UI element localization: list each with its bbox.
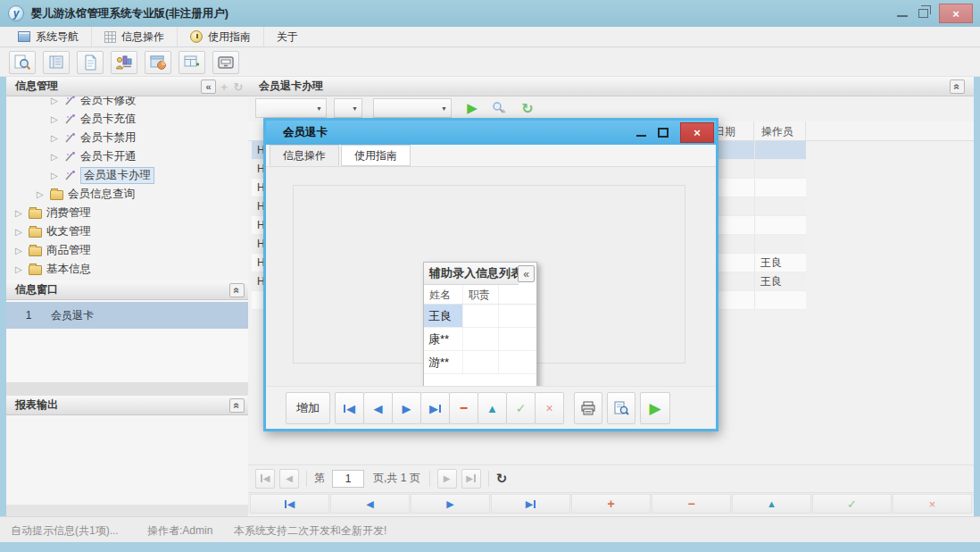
record-navigator-bar: ◀ ◀ ▶ ▶ + − ▲ ✓ × <box>248 492 974 514</box>
collapse-up-icon[interactable]: « <box>229 398 245 413</box>
print-button[interactable] <box>574 392 602 424</box>
menu-info-ops[interactable]: 信息操作 <box>92 27 178 46</box>
magnifier-pencil-icon <box>491 101 507 115</box>
archive-drawer-button[interactable] <box>212 51 239 74</box>
tab-info-ops[interactable]: 信息操作 <box>270 145 339 166</box>
popup-col-duty[interactable]: 职责 <box>463 285 499 304</box>
popup-row[interactable]: 游** <box>424 351 536 374</box>
popup-row[interactable]: 康** <box>424 328 536 351</box>
tree-item-consume-mgmt[interactable]: ▷ 消费管理 <box>6 204 248 222</box>
next-page-button[interactable]: ▶ <box>437 469 457 489</box>
dlg-prev-button[interactable]: ◀ <box>363 392 393 424</box>
collapse-up-icon[interactable]: « <box>950 79 965 94</box>
splitter[interactable] <box>6 382 248 396</box>
menu-label: 使用指南 <box>208 29 251 45</box>
dialog-content: 辅助录入信息列表 « 姓名 职责 王良 康** 游** <box>266 167 716 386</box>
tree-item-finance-mgmt[interactable]: ▷ 收支管理 <box>6 222 248 241</box>
nav-first-button[interactable]: ◀ <box>250 494 329 514</box>
search-edit-button[interactable] <box>487 97 511 119</box>
popup-row[interactable]: 王良 <box>424 305 536 328</box>
filter-combo-2[interactable]: ▼ <box>334 98 362 118</box>
menubar: 系统导航 信息操作 使用指南 关于 <box>0 27 980 47</box>
execute-query-button[interactable]: ▶ <box>461 97 484 119</box>
nav-last-button[interactable]: ▶ <box>491 494 570 514</box>
card-index-button[interactable] <box>43 51 70 74</box>
column-header-operator[interactable]: 操作员 <box>754 121 806 141</box>
close-button[interactable]: × <box>939 4 973 23</box>
print-preview-button[interactable] <box>607 392 635 424</box>
nav-prev-button[interactable]: ◀ <box>330 494 410 514</box>
dlg-execute-button[interactable]: ▶ <box>640 392 670 424</box>
tree-item-member-query[interactable]: ▷ 会员信息查询 <box>6 185 248 204</box>
filter-combo-1[interactable]: ▼ <box>255 98 327 118</box>
tree-item-product-mgmt[interactable]: ▷ 商品管理 <box>6 241 248 260</box>
popup-col-name[interactable]: 姓名 <box>424 285 463 304</box>
expander-icon[interactable]: ▷ <box>51 114 60 124</box>
new-document-button[interactable] <box>77 51 104 74</box>
tree-item-card-modify[interactable]: ▷ 会员卡修改 <box>6 96 248 110</box>
prev-page-button[interactable]: ◀ <box>279 469 299 489</box>
add-icon[interactable]: + <box>218 80 230 94</box>
tree-item-card-return[interactable]: ▷ 会员退卡办理 <box>6 166 248 185</box>
collapse-up-icon[interactable]: « <box>229 283 245 297</box>
expander-icon[interactable]: ▷ <box>51 171 60 180</box>
page-number-input[interactable] <box>332 470 364 488</box>
expander-icon[interactable]: ▷ <box>51 152 60 162</box>
cancel-record-button[interactable]: × <box>893 494 972 514</box>
filter-combo-3[interactable]: ▼ <box>373 98 452 118</box>
member-report-button[interactable] <box>111 51 137 74</box>
delete-record-button[interactable]: − <box>652 494 731 514</box>
dlg-cancel-button[interactable]: × <box>535 392 564 424</box>
tree-item-basic-info[interactable]: ▷ 基本信息 <box>6 260 248 279</box>
menu-system-nav[interactable]: 系统导航 <box>5 27 92 46</box>
menu-about[interactable]: 关于 <box>264 27 311 46</box>
page-total-label: 页,共 1 页 <box>373 471 420 486</box>
form-designer-button[interactable] <box>145 51 171 74</box>
menu-label: 信息操作 <box>121 29 164 45</box>
minimize-icon[interactable] <box>897 15 908 17</box>
dlg-next-button[interactable]: ▶ <box>392 392 421 424</box>
form-pie-icon <box>149 54 167 71</box>
collapse-left-icon[interactable]: « <box>201 79 216 94</box>
popup-collapse-icon[interactable]: « <box>518 265 535 282</box>
tab-user-guide[interactable]: 使用指南 <box>341 145 411 166</box>
dlg-first-button[interactable]: ◀ <box>335 392 364 424</box>
info-window-row[interactable]: 1 会员退卡 <box>6 302 248 329</box>
dialog-close-button[interactable]: × <box>680 122 714 143</box>
page-prefix-label: 第 <box>314 471 325 486</box>
main-toolbar <box>0 48 980 77</box>
first-page-button[interactable]: ◀ <box>255 469 275 489</box>
refresh-icon[interactable]: ↻ <box>516 97 539 119</box>
last-page-button[interactable]: ▶ <box>461 469 481 489</box>
dlg-confirm-button[interactable]: ✓ <box>506 392 536 424</box>
popup-header[interactable]: 辅助录入信息列表 <box>424 263 519 285</box>
search-document-icon <box>13 54 31 71</box>
table-add-button[interactable] <box>179 51 205 74</box>
tree-item-card-enable[interactable]: ▷ 会员卡开通 <box>6 147 248 166</box>
expander-icon[interactable]: ▷ <box>15 208 24 218</box>
dlg-edit-button[interactable]: ▲ <box>478 392 507 424</box>
expander-icon[interactable]: ▷ <box>37 189 46 199</box>
dialog-minimize-icon[interactable] <box>636 135 646 137</box>
dlg-last-button[interactable]: ▶ <box>420 392 450 424</box>
expander-icon[interactable]: ▷ <box>51 96 60 105</box>
pager-refresh-icon[interactable]: ↻ <box>496 471 508 487</box>
refresh-icon[interactable]: ↻ <box>232 80 245 94</box>
expander-icon[interactable]: ▷ <box>51 133 60 143</box>
nav-next-button[interactable]: ▶ <box>411 494 490 514</box>
expander-icon[interactable]: ▷ <box>15 246 24 255</box>
tree-item-card-disable[interactable]: ▷ 会员卡禁用 <box>6 129 248 147</box>
tree-item-card-recharge[interactable]: ▷ 会员卡充值 <box>6 110 248 129</box>
restore-icon[interactable] <box>918 9 928 18</box>
edit-record-button[interactable]: ▲ <box>732 494 811 514</box>
menu-user-guide[interactable]: 使用指南 <box>178 27 264 46</box>
expander-icon[interactable]: ▷ <box>15 227 24 237</box>
dialog-maximize-icon[interactable] <box>658 128 669 138</box>
confirm-record-button[interactable]: ✓ <box>812 494 892 514</box>
main-header-title: 会员退卡办理 <box>259 79 323 94</box>
expander-icon[interactable]: ▷ <box>15 264 24 274</box>
search-document-button[interactable] <box>9 51 36 74</box>
add-button[interactable]: 增加 <box>286 392 330 424</box>
dlg-delete-button[interactable]: − <box>449 392 478 424</box>
add-record-button[interactable]: + <box>571 494 651 514</box>
